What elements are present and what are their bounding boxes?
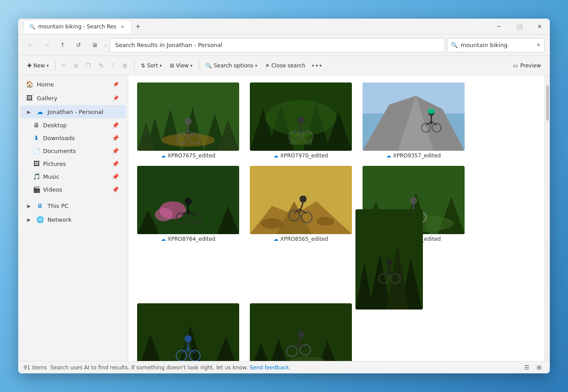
view-button[interactable]: ⊞ View ▾: [166, 59, 196, 73]
scroll-thumb[interactable]: [546, 85, 549, 121]
sidebar-jonathan-label: Jonathan - Personal: [47, 109, 103, 115]
refresh-button[interactable]: ↺: [71, 38, 86, 52]
view-icon: ⊞: [170, 63, 174, 69]
search-clear-button[interactable]: ✕: [536, 42, 540, 48]
file-item-tall[interactable]: [354, 208, 425, 311]
file-thumb-7: [137, 303, 239, 361]
browser-tab[interactable]: 🔍 mountain biking - Search Res ✕: [24, 20, 132, 33]
list-view-button[interactable]: ☰: [521, 362, 532, 373]
up-icon: ↑: [60, 42, 65, 48]
tab-close-button[interactable]: ✕: [119, 23, 126, 30]
file-thumb-8: [250, 303, 352, 361]
pin-gallery-icon: 📌: [113, 95, 119, 101]
sidebar-music-label: Music: [43, 173, 59, 180]
file-thumb-2: [250, 82, 352, 151]
sidebar-videos-label: Videos: [43, 186, 62, 193]
cloud-icon-5: ☁: [274, 236, 279, 242]
file-thumb-tall: [355, 209, 423, 310]
sidebar-item-documents[interactable]: 📄 Documents 📌: [20, 145, 126, 157]
cloud-icon-1: ☁: [161, 153, 166, 159]
search-options-button[interactable]: 🔍 Search options ▾: [202, 59, 261, 73]
sidebar-item-gallery[interactable]: 🖼 Gallery 📌: [20, 91, 126, 105]
minimize-button[interactable]: ─: [489, 19, 509, 35]
file-item-2[interactable]: ☁ XPRO7970_edited: [248, 81, 354, 161]
close-button[interactable]: ✕: [529, 19, 550, 35]
search-value: mountain biking: [461, 42, 508, 48]
preview-label: Preview: [520, 63, 541, 69]
sidebar-downloads-label: Downloads: [43, 135, 75, 141]
sidebar-gallery-label: Gallery: [37, 95, 57, 102]
pin-music-icon: 📌: [112, 173, 119, 180]
screen-icon-button[interactable]: 🖥: [87, 38, 102, 52]
new-button[interactable]: ✚ New ▾: [24, 59, 52, 73]
back-icon: ←: [28, 42, 33, 48]
sidebar-item-desktop[interactable]: 🖥 Desktop 📌: [20, 119, 126, 131]
more-icon: •••: [311, 62, 322, 69]
view-dropdown-icon: ▾: [190, 63, 193, 68]
file-item-1[interactable]: ☁ XPRO7675_edited: [135, 81, 241, 161]
rename-button: ✎: [95, 59, 108, 73]
pin-documents-icon: 📌: [112, 148, 119, 154]
grid-view-button[interactable]: ⊞: [534, 362, 544, 373]
search-bar[interactable]: 🔍 mountain biking ✕: [447, 38, 544, 52]
view-label: View: [176, 63, 189, 69]
new-icon: ✚: [27, 63, 32, 69]
expand-thispc-icon: ▶: [25, 202, 32, 209]
send-feedback-link[interactable]: Send feedback.: [249, 365, 291, 371]
svg-point-38: [428, 109, 435, 114]
file-item-7[interactable]: [135, 302, 241, 361]
share-icon: ⤴: [112, 63, 114, 69]
tab-search-icon: 🔍: [29, 24, 36, 30]
copy-icon: ⧉: [74, 63, 78, 69]
new-tab-button[interactable]: +: [132, 20, 144, 33]
sidebar-item-music[interactable]: 🎵 Music 📌: [20, 170, 126, 183]
search-options-dropdown-icon: ▾: [255, 63, 257, 68]
tab-label: mountain biking - Search Res: [38, 24, 116, 30]
up-button[interactable]: ↑: [55, 38, 70, 52]
sidebar-item-home[interactable]: 🏠 Home 📌: [20, 78, 126, 91]
file-grid: ☁ XPRO7675_edited: [128, 75, 544, 361]
back-button[interactable]: ←: [24, 38, 38, 52]
sidebar: 🏠 Home 📌 🖼 Gallery 📌 ▶ ☁ Jonathan - Pers…: [18, 75, 128, 361]
sidebar-item-thispc[interactable]: ▶ 🖥 This PC: [20, 199, 126, 212]
close-search-button[interactable]: ✕ Close search: [261, 59, 308, 73]
sidebar-thispc-label: This PC: [47, 203, 69, 209]
main-content: 🏠 Home 📌 🖼 Gallery 📌 ▶ ☁ Jonathan - Pers…: [18, 75, 550, 361]
delete-button: 🗑: [119, 59, 131, 73]
search-options-icon: 🔍: [205, 63, 212, 69]
desktop-icon: 🖥: [32, 121, 40, 129]
status-right: ☰ ⊞: [521, 362, 544, 373]
sidebar-item-jonathan[interactable]: ▶ ☁ Jonathan - Personal: [20, 105, 126, 118]
cloud-icon-4: ☁: [161, 236, 166, 242]
svg-point-44: [185, 198, 192, 205]
file-name-text-1: XPRO7675_edited: [168, 153, 216, 159]
status-notice: Search uses AI to find results. If somet…: [50, 365, 291, 371]
sidebar-item-network[interactable]: ▶ 🌐 Network: [20, 213, 126, 226]
file-item-5[interactable]: ☁ XPRO8565_edited: [248, 164, 354, 244]
svg-point-77: [386, 259, 392, 266]
more-options-button[interactable]: •••: [310, 59, 324, 73]
maximize-button[interactable]: ⬜: [509, 19, 529, 35]
sidebar-item-downloads[interactable]: ⬇ Downloads 📌: [20, 132, 126, 144]
paste-icon: ❐: [86, 63, 91, 69]
preview-icon: ▭: [513, 63, 518, 69]
file-item-8[interactable]: [248, 302, 354, 361]
svg-point-99: [297, 331, 304, 338]
file-explorer-window: 🔍 mountain biking - Search Res ✕ + ─ ⬜ ✕…: [18, 19, 550, 373]
forward-button[interactable]: →: [39, 38, 54, 52]
scrollbar[interactable]: [544, 75, 550, 361]
breadcrumb-bar[interactable]: Search Results in Jonathan - Personal: [110, 38, 445, 52]
svg-point-66: [410, 197, 417, 204]
file-item-3[interactable]: ☁ XPRO9357_edited: [361, 81, 466, 161]
search-options-label: Search options: [214, 63, 253, 69]
thispc-icon: 🖥: [36, 202, 44, 210]
preview-button[interactable]: ▭ Preview: [509, 59, 544, 73]
sidebar-item-videos[interactable]: 🎬 Videos 📌: [20, 183, 126, 196]
sort-button[interactable]: ⇅ Sort ▾: [137, 59, 165, 73]
file-item-4[interactable]: ☁ XPRO8764_edited: [135, 164, 241, 244]
sidebar-home-label: Home: [37, 81, 54, 88]
copy-button: ⧉: [71, 59, 82, 73]
svg-point-8: [162, 133, 215, 147]
sidebar-item-pictures[interactable]: 🖼 Pictures 📌: [20, 157, 126, 170]
grid-row-1: ☁ XPRO7675_edited: [135, 81, 537, 161]
